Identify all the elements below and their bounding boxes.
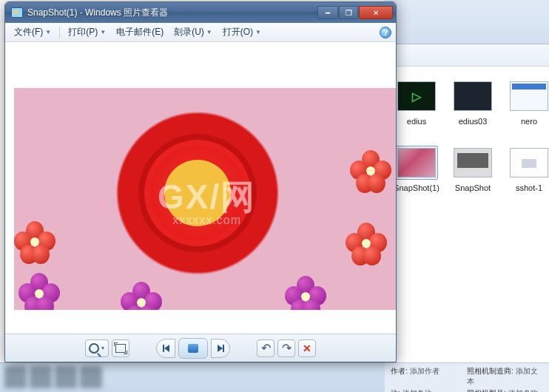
photo-viewer-window: SnapShot(1) - Windows 照片查看器 ━ ❐ ✕ 文件(F)▼…: [4, 1, 397, 362]
thumbnail-label: nero: [503, 117, 549, 126]
slideshow-button[interactable]: [178, 338, 208, 359]
details-remark-key: 注:: [391, 389, 400, 392]
photo-decor: [285, 276, 326, 310]
menu-email-label: 电子邮件(E): [116, 26, 164, 38]
photo-decor: [346, 223, 387, 267]
rotate-ccw-button[interactable]: ↶: [257, 339, 274, 357]
minimize-button[interactable]: ━: [317, 6, 338, 19]
next-button[interactable]: [211, 339, 230, 358]
window-title: SnapShot(1) - Windows 照片查看器: [27, 7, 317, 19]
explorer-toolbar: [385, 44, 549, 67]
chevron-down-icon: ▼: [100, 29, 106, 36]
close-icon: ✕: [373, 9, 379, 17]
watermark-subtext: xxxxxx.com: [158, 214, 256, 227]
details-remark-val[interactable]: 添加备注: [403, 389, 432, 392]
menu-separator: [59, 27, 60, 38]
app-icon: [11, 7, 23, 18]
bar-icon: [223, 345, 224, 352]
taskbar-region: [0, 362, 385, 392]
menu-file-label: 文件(F): [14, 26, 43, 38]
previous-button[interactable]: [156, 339, 175, 358]
watermark: GX/网 xxxxxx.com: [158, 179, 256, 227]
photo-decor: [121, 282, 162, 310]
photo-container[interactable]: GX/网 xxxxxx.com: [14, 88, 396, 310]
chevron-down-icon: ▼: [255, 29, 261, 36]
thumbnail-item[interactable]: edius03: [447, 81, 499, 126]
photo-decor: [14, 221, 55, 266]
thumbnail-item[interactable]: SnapShot(1): [391, 148, 442, 192]
chevron-down-icon: ▼: [45, 29, 51, 36]
zoom-button[interactable]: ▼: [85, 339, 110, 357]
explorer-titlebar: [385, 0, 549, 44]
rotate-cw-icon: ↷: [282, 341, 292, 355]
menu-burn[interactable]: 刻录(U)▼: [169, 24, 217, 41]
help-button[interactable]: ?: [380, 27, 391, 38]
thumbnail-item[interactable]: nero: [503, 81, 549, 126]
menu-file[interactable]: 文件(F)▼: [10, 24, 55, 41]
triangle-right-icon: [218, 345, 223, 352]
details-maker-key: 照相机制造商:: [467, 367, 513, 375]
photo-content: GX/网 xxxxxx.com: [14, 88, 396, 310]
rotate-ccw-icon: ↶: [261, 341, 271, 355]
thumbnail-label: edius03: [447, 117, 499, 126]
menu-open-label: 打开(O): [223, 26, 253, 38]
thumbnail-image: [397, 148, 436, 178]
fit-button[interactable]: [112, 339, 129, 357]
delete-button[interactable]: ✕: [298, 339, 316, 357]
viewer-controls: ▼ ↶ ↷ ✕: [5, 334, 396, 362]
thumbnail-label: edius: [391, 117, 442, 126]
menu-print-label: 打印(P): [68, 26, 98, 38]
thumbnail-item[interactable]: sshot-1: [503, 148, 549, 192]
delete-icon: ✕: [303, 342, 311, 354]
chevron-down-icon: ▼: [101, 345, 106, 351]
thumbnail-image: [454, 148, 492, 178]
maximize-icon: ❐: [346, 9, 352, 17]
slideshow-icon: [188, 344, 198, 353]
photo-decor: [18, 273, 60, 310]
details-author-val[interactable]: 添加作者: [410, 367, 439, 375]
thumbnail-label: SnapShot: [447, 183, 499, 192]
menu-email[interactable]: 电子邮件(E): [112, 24, 168, 41]
chevron-down-icon: ▼: [206, 29, 212, 36]
explorer-thumbnail-pane[interactable]: ▷ediusedius03neroSnapShot(1)SnapShotssho…: [385, 74, 549, 362]
thumbnail-item[interactable]: SnapShot: [447, 148, 499, 192]
maximize-button[interactable]: ❐: [339, 6, 358, 19]
explorer-details-pane: 作者: 添加作者 照相机制造商: 添加文本 注: 添加备注 照相机型号: 添加名…: [385, 362, 549, 392]
close-button[interactable]: ✕: [359, 6, 393, 19]
viewer-canvas: GX/网 xxxxxx.com ▼ ↶ ↷ ✕: [5, 42, 396, 362]
menu-burn-label: 刻录(U): [174, 26, 204, 38]
triangle-left-icon: [164, 345, 169, 352]
thumbnail-label: SnapShot(1): [391, 183, 442, 192]
minimize-icon: ━: [326, 9, 330, 17]
menu-print[interactable]: 打印(P)▼: [64, 24, 110, 41]
details-model-key: 照相机型号:: [467, 389, 506, 392]
help-icon: ?: [383, 28, 388, 37]
thumbnail-image: [510, 81, 548, 111]
menubar: 文件(F)▼ 打印(P)▼ 电子邮件(E) 刻录(U)▼ 打开(O)▼ ?: [5, 23, 396, 42]
thumbnail-image: [454, 81, 492, 111]
magnifier-icon: [89, 343, 99, 354]
thumbnail-image: [510, 148, 548, 178]
rotate-cw-button[interactable]: ↷: [277, 339, 295, 357]
titlebar[interactable]: SnapShot(1) - Windows 照片查看器 ━ ❐ ✕: [5, 2, 396, 23]
thumbnail-label: sshot-1: [503, 183, 549, 192]
watermark-text: GX/网: [158, 178, 256, 216]
fit-to-window-icon: [115, 344, 126, 353]
menu-open[interactable]: 打开(O)▼: [218, 24, 266, 41]
details-model-val[interactable]: 添加名称: [508, 389, 538, 392]
photo-decor: [350, 150, 391, 195]
details-author-key: 作者:: [391, 367, 408, 375]
thumbnail-image: ▷: [397, 81, 436, 111]
thumbnail-item[interactable]: ▷edius: [391, 81, 442, 126]
